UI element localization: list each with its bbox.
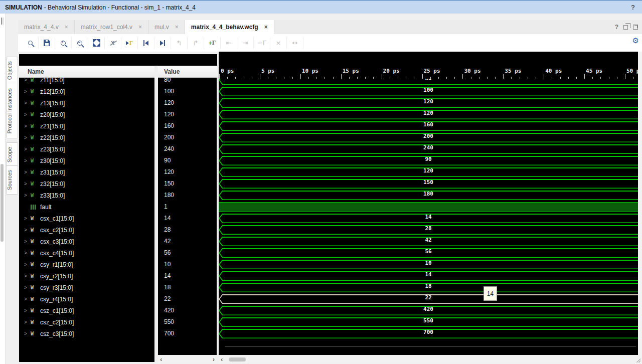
expand-icon[interactable]: >	[24, 273, 31, 279]
expand-icon[interactable]: >	[24, 308, 31, 313]
signal-value[interactable]: 10	[158, 259, 217, 270]
expand-icon[interactable]: >	[24, 319, 31, 325]
waveform-row[interactable]: 700	[219, 328, 638, 339]
time-ruler[interactable]: 0 ps5 ps10 ps15 ps20 ps25 ps30 ps35 ps40…	[219, 52, 638, 79]
signal-row[interactable]: >Wcsz_c2[15:0]	[19, 316, 154, 328]
value-column-header[interactable]: Value	[158, 66, 217, 78]
waveform-row[interactable]: 420	[219, 305, 638, 316]
sidebar-tab-sources[interactable]: Sources	[7, 166, 18, 194]
signal-value[interactable]: 120	[158, 166, 217, 178]
close-tab-icon[interactable]: ×	[65, 24, 68, 31]
signal-value[interactable]: 18	[158, 282, 217, 293]
float-window-icon[interactable]	[623, 25, 628, 30]
waveform-row[interactable]: 120	[219, 166, 638, 178]
expand-icon[interactable]: >	[24, 77, 31, 83]
restore-cursor-icon[interactable]: ↱	[188, 37, 204, 49]
signal-value[interactable]: 22	[158, 293, 217, 305]
signal-row[interactable]: >Wz22[15:0]	[19, 132, 154, 143]
wave-vertical-scrollbar[interactable]	[638, 52, 642, 356]
horizontal-scroll-thumb[interactable]	[229, 357, 246, 361]
signal-value[interactable]: 1	[158, 201, 217, 213]
next-marker-icon[interactable]: ⇥	[237, 37, 254, 49]
waveform-canvas[interactable]: 8010012012016020024090120150180142842561…	[219, 52, 638, 355]
waveform-row[interactable]: 22	[219, 293, 638, 305]
document-tab[interactable]: matrix_row1_col4.v×	[75, 20, 148, 34]
vertical-scroll-thumb[interactable]	[1, 164, 4, 242]
waveform-row[interactable]: 18	[219, 282, 638, 293]
signal-row[interactable]: >Wcsx_c1[15:0]	[19, 213, 154, 224]
expand-icon[interactable]: >	[24, 296, 31, 302]
waveform-row[interactable]: 550	[219, 316, 638, 328]
signal-value[interactable]: 420	[158, 305, 217, 316]
expand-icon[interactable]: >	[24, 216, 31, 221]
signal-row[interactable]: >Wz21[15:0]	[19, 120, 154, 132]
signal-row[interactable]: >Wz30[15:0]	[19, 155, 154, 166]
signal-row[interactable]: >Wcsz_c3[15:0]	[19, 328, 154, 339]
values-horizontal-scrollbar[interactable]: ‹ ›	[158, 356, 217, 363]
waveform-row[interactable]: 200	[219, 132, 638, 143]
expand-icon[interactable]: >	[24, 135, 31, 140]
signal-row[interactable]: >Wcsx_c4[15:0]	[19, 247, 154, 259]
signal-row[interactable]: >Wz13[15:0]	[19, 97, 154, 109]
signal-value[interactable]: 90	[158, 155, 217, 166]
delete-marker-icon[interactable]: −Γ	[254, 37, 270, 49]
wave-horizontal-scrollbar[interactable]: ‹	[219, 356, 638, 363]
sidebar-tab-objects[interactable]: Objects	[7, 57, 18, 84]
waveform-row[interactable]: 14	[219, 270, 638, 282]
signal-row[interactable]: >Wz33[15:0]	[19, 190, 154, 201]
resize-grip-icon[interactable]	[636, 358, 640, 362]
signal-row[interactable]: >Wz12[15:0]	[19, 86, 154, 97]
document-tab[interactable]: mul.v×	[148, 20, 185, 34]
expand-icon[interactable]: >	[24, 262, 31, 267]
search-icon[interactable]	[22, 37, 39, 49]
help-icon[interactable]: ?	[631, 4, 637, 11]
expand-icon[interactable]: >	[24, 89, 31, 94]
help-icon[interactable]: ?	[615, 24, 618, 31]
expand-icon[interactable]: >	[24, 181, 31, 187]
expand-icon[interactable]: >	[24, 100, 31, 106]
signal-value[interactable]: 180	[158, 190, 217, 201]
signal-row[interactable]: >Wz23[15:0]	[19, 143, 154, 155]
previous-transition-icon[interactable]	[138, 37, 154, 49]
signal-row[interactable]: fault	[19, 201, 154, 213]
waveform-row[interactable]: 42	[219, 236, 638, 247]
swap-cursors-icon[interactable]: ↰	[171, 37, 188, 49]
waveform-row[interactable]: 180	[219, 190, 638, 201]
signal-row[interactable]: >Wcsy_r4[15:0]	[19, 293, 154, 305]
waveform-row[interactable]: 120	[219, 97, 638, 109]
panel-grip-icon[interactable]	[1, 18, 4, 25]
sidebar-tab-protocol-instances[interactable]: Protocol Instances	[7, 84, 18, 138]
zoom-out-icon[interactable]: −	[72, 37, 88, 49]
close-tab-icon[interactable]: ×	[264, 24, 268, 31]
signal-row[interactable]: >Wz32[15:0]	[19, 178, 154, 190]
settings-gear-icon[interactable]: ⚙	[632, 36, 639, 45]
waveform-row[interactable]: 14	[219, 213, 638, 224]
maximize-window-icon[interactable]	[633, 25, 638, 30]
waveform-row[interactable]: 90	[219, 155, 638, 166]
signal-row[interactable]: >Wz31[15:0]	[19, 166, 154, 178]
waveform-row[interactable]: 100	[219, 86, 638, 97]
delete-icon[interactable]: ×	[270, 37, 287, 49]
scroll-left-icon[interactable]: ‹	[221, 356, 223, 362]
signal-row[interactable]: >Wcsz_c1[15:0]	[19, 305, 154, 316]
expand-icon[interactable]: >	[24, 158, 31, 163]
signal-value[interactable]: 160	[158, 120, 217, 132]
signal-value[interactable]: 150	[158, 178, 217, 190]
signal-row[interactable]: >Wcsy_r3[15:0]	[19, 282, 154, 293]
waveform-row[interactable]: 120	[219, 109, 638, 120]
waveform-row[interactable]: 240	[219, 143, 638, 155]
expand-icon[interactable]: >	[24, 227, 31, 233]
document-tab[interactable]: matrix_4_4_behav.wcfg×	[185, 20, 274, 34]
add-marker-icon[interactable]: +Γ	[204, 37, 221, 49]
expand-icon[interactable]: >	[24, 250, 31, 256]
save-wave-config-icon[interactable]	[39, 37, 55, 49]
remove-cursor-icon[interactable]: X	[105, 37, 121, 49]
signal-value[interactable]: 100	[158, 86, 217, 97]
zoom-in-icon[interactable]: +	[55, 37, 72, 49]
scroll-right-icon[interactable]: ›	[213, 356, 215, 362]
signal-value[interactable]: 14	[158, 270, 217, 282]
signal-row[interactable]: >Wcsx_c3[15:0]	[19, 236, 154, 247]
signal-row[interactable]: >Wcsy_r2[15:0]	[19, 270, 154, 282]
signal-value[interactable]: 700	[158, 328, 217, 339]
signal-value[interactable]: 550	[158, 316, 217, 328]
